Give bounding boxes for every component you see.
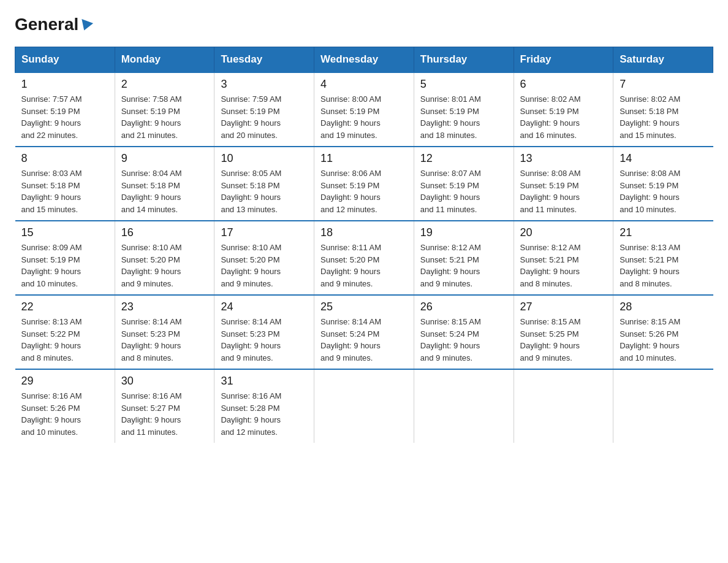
calendar-cell: 5 Sunrise: 8:01 AMSunset: 5:19 PMDayligh… [414,72,514,147]
header-day-thursday: Thursday [414,47,514,73]
header-day-monday: Monday [115,47,214,73]
day-number: 22 [21,301,108,313]
calendar-cell: 24 Sunrise: 8:14 AMSunset: 5:23 PMDaylig… [214,295,314,369]
day-info: Sunrise: 8:12 AMSunset: 5:21 PMDaylight:… [520,243,581,288]
header-day-wednesday: Wednesday [314,47,414,73]
day-number: 2 [121,78,208,91]
day-info: Sunrise: 7:59 AMSunset: 5:19 PMDaylight:… [221,94,281,140]
calendar-cell: 12 Sunrise: 8:07 AMSunset: 5:19 PMDaylig… [414,147,514,221]
calendar-cell: 6 Sunrise: 8:02 AMSunset: 5:19 PMDayligh… [514,72,613,147]
day-number: 15 [21,226,108,239]
day-number: 9 [121,152,208,165]
day-number: 16 [121,226,208,239]
day-number: 23 [121,301,208,313]
day-number: 13 [520,152,607,165]
day-number: 31 [221,375,308,388]
day-number: 8 [21,152,108,165]
day-number: 4 [320,78,408,91]
day-info: Sunrise: 8:14 AMSunset: 5:23 PMDaylight:… [221,317,281,362]
day-number: 7 [620,78,707,91]
calendar-cell [414,369,514,443]
header-day-tuesday: Tuesday [214,47,314,73]
calendar-cell: 16 Sunrise: 8:10 AMSunset: 5:20 PMDaylig… [115,221,214,295]
calendar-cell [314,369,414,443]
day-info: Sunrise: 8:10 AMSunset: 5:20 PMDaylight:… [221,243,281,288]
day-number: 12 [420,152,507,165]
calendar-cell: 3 Sunrise: 7:59 AMSunset: 5:19 PMDayligh… [214,72,314,147]
day-info: Sunrise: 8:04 AMSunset: 5:18 PMDaylight:… [121,169,182,214]
day-number: 25 [320,301,408,313]
day-number: 6 [520,78,607,91]
day-info: Sunrise: 8:15 AMSunset: 5:26 PMDaylight:… [620,317,680,362]
page-header: General [15,15,713,34]
day-info: Sunrise: 8:02 AMSunset: 5:18 PMDaylight:… [620,94,680,140]
day-number: 27 [520,301,607,313]
day-info: Sunrise: 8:03 AMSunset: 5:18 PMDaylight:… [21,169,82,214]
calendar-cell: 17 Sunrise: 8:10 AMSunset: 5:20 PMDaylig… [214,221,314,295]
calendar-cell: 18 Sunrise: 8:11 AMSunset: 5:20 PMDaylig… [314,221,414,295]
day-number: 26 [420,301,507,313]
header-day-saturday: Saturday [613,47,713,73]
day-number: 18 [320,226,408,239]
calendar-cell: 15 Sunrise: 8:09 AMSunset: 5:19 PMDaylig… [15,221,115,295]
day-info: Sunrise: 8:11 AMSunset: 5:20 PMDaylight:… [320,243,381,288]
day-info: Sunrise: 8:02 AMSunset: 5:19 PMDaylight:… [520,94,581,140]
calendar-week-row: 15 Sunrise: 8:09 AMSunset: 5:19 PMDaylig… [15,221,713,295]
day-info: Sunrise: 8:10 AMSunset: 5:20 PMDaylight:… [121,243,182,288]
calendar-cell: 1 Sunrise: 7:57 AMSunset: 5:19 PMDayligh… [15,72,115,147]
day-info: Sunrise: 8:00 AMSunset: 5:19 PMDaylight:… [320,94,381,140]
day-info: Sunrise: 8:16 AMSunset: 5:28 PMDaylight:… [221,391,281,437]
day-info: Sunrise: 8:16 AMSunset: 5:27 PMDaylight:… [121,391,182,437]
day-info: Sunrise: 8:13 AMSunset: 5:22 PMDaylight:… [21,317,82,362]
day-number: 10 [221,152,308,165]
calendar-cell: 29 Sunrise: 8:16 AMSunset: 5:26 PMDaylig… [15,369,115,443]
day-number: 3 [221,78,308,91]
calendar-cell: 30 Sunrise: 8:16 AMSunset: 5:27 PMDaylig… [115,369,214,443]
calendar-cell: 14 Sunrise: 8:08 AMSunset: 5:19 PMDaylig… [613,147,713,221]
calendar-table: SundayMondayTuesdayWednesdayThursdayFrid… [15,47,713,443]
calendar-cell: 25 Sunrise: 8:14 AMSunset: 5:24 PMDaylig… [314,295,414,369]
day-number: 11 [320,152,408,165]
day-info: Sunrise: 8:07 AMSunset: 5:19 PMDaylight:… [420,169,481,214]
day-info: Sunrise: 8:15 AMSunset: 5:24 PMDaylight:… [420,317,481,362]
calendar-week-row: 8 Sunrise: 8:03 AMSunset: 5:18 PMDayligh… [15,147,713,221]
day-info: Sunrise: 8:12 AMSunset: 5:21 PMDaylight:… [420,243,481,288]
header-day-sunday: Sunday [15,47,115,73]
day-number: 14 [620,152,707,165]
calendar-cell [514,369,613,443]
calendar-cell: 11 Sunrise: 8:06 AMSunset: 5:19 PMDaylig… [314,147,414,221]
calendar-cell: 26 Sunrise: 8:15 AMSunset: 5:24 PMDaylig… [414,295,514,369]
calendar-cell: 4 Sunrise: 8:00 AMSunset: 5:19 PMDayligh… [314,72,414,147]
calendar-cell: 27 Sunrise: 8:15 AMSunset: 5:25 PMDaylig… [514,295,613,369]
calendar-cell: 21 Sunrise: 8:13 AMSunset: 5:21 PMDaylig… [613,221,713,295]
calendar-cell [613,369,713,443]
day-number: 5 [420,78,507,91]
day-info: Sunrise: 8:13 AMSunset: 5:21 PMDaylight:… [620,243,680,288]
day-number: 17 [221,226,308,239]
day-number: 29 [21,375,108,388]
logo-text: General [15,15,92,34]
day-number: 1 [21,78,108,91]
calendar-cell: 19 Sunrise: 8:12 AMSunset: 5:21 PMDaylig… [414,221,514,295]
day-info: Sunrise: 8:05 AMSunset: 5:18 PMDaylight:… [221,169,281,214]
calendar-cell: 10 Sunrise: 8:05 AMSunset: 5:18 PMDaylig… [214,147,314,221]
day-info: Sunrise: 8:15 AMSunset: 5:25 PMDaylight:… [520,317,581,362]
calendar-week-row: 22 Sunrise: 8:13 AMSunset: 5:22 PMDaylig… [15,295,713,369]
day-info: Sunrise: 8:08 AMSunset: 5:19 PMDaylight:… [520,169,581,214]
calendar-cell: 13 Sunrise: 8:08 AMSunset: 5:19 PMDaylig… [514,147,613,221]
calendar-cell: 23 Sunrise: 8:14 AMSunset: 5:23 PMDaylig… [115,295,214,369]
day-number: 30 [121,375,208,388]
day-info: Sunrise: 8:14 AMSunset: 5:23 PMDaylight:… [121,317,182,362]
calendar-cell: 7 Sunrise: 8:02 AMSunset: 5:18 PMDayligh… [613,72,713,147]
calendar-cell: 20 Sunrise: 8:12 AMSunset: 5:21 PMDaylig… [514,221,613,295]
calendar-week-row: 1 Sunrise: 7:57 AMSunset: 5:19 PMDayligh… [15,72,713,147]
logo-triangle-icon [78,19,93,33]
day-info: Sunrise: 7:57 AMSunset: 5:19 PMDaylight:… [21,94,82,140]
day-info: Sunrise: 8:01 AMSunset: 5:19 PMDaylight:… [420,94,481,140]
calendar-cell: 22 Sunrise: 8:13 AMSunset: 5:22 PMDaylig… [15,295,115,369]
calendar-cell: 9 Sunrise: 8:04 AMSunset: 5:18 PMDayligh… [115,147,214,221]
logo: General [15,15,92,34]
day-info: Sunrise: 8:08 AMSunset: 5:19 PMDaylight:… [620,169,680,214]
day-number: 21 [620,226,707,239]
calendar-week-row: 29 Sunrise: 8:16 AMSunset: 5:26 PMDaylig… [15,369,713,443]
